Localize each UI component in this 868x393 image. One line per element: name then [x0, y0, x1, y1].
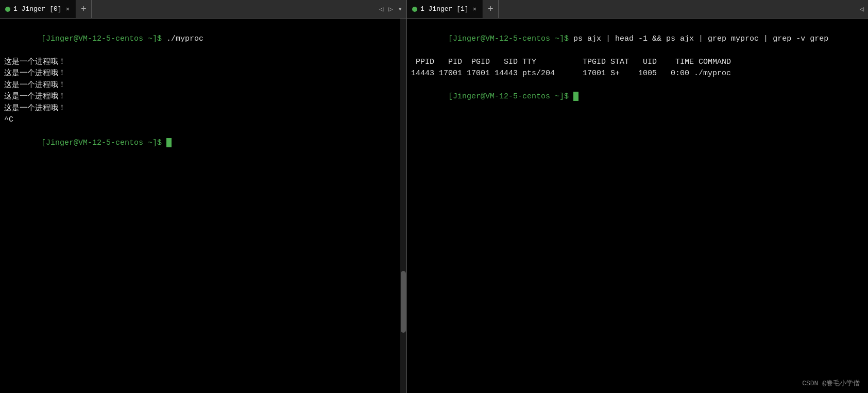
left-cursor [166, 138, 172, 147]
right-tab-active[interactable]: 1 Jinger [1] ✕ [407, 0, 483, 18]
left-line-1: 这是一个进程哦！ [4, 57, 402, 69]
left-tab-prev[interactable]: ◁ [377, 4, 385, 14]
left-tab-dropdown[interactable]: ▾ [396, 4, 404, 14]
right-tab-prev[interactable]: ◁ [858, 4, 866, 14]
right-tab-label: 1 Jinger [1] [420, 5, 469, 13]
left-scrollbar-track[interactable] [400, 19, 406, 393]
left-line-4: 这是一个进程哦！ [4, 91, 402, 103]
right-tab-add[interactable]: + [483, 0, 499, 18]
left-line-7: [Jinger@VM-12-5-centos ~]$ [4, 126, 402, 161]
left-tab-close[interactable]: ✕ [65, 5, 71, 13]
left-tab-add[interactable]: + [76, 0, 92, 18]
left-prompt-0: [Jinger@VM-12-5-centos ~]$ [41, 35, 166, 43]
right-line-0: [Jinger@VM-12-5-centos ~]$ ps ajx | head… [411, 22, 864, 57]
right-prompt-3: [Jinger@VM-12-5-centos ~]$ [448, 92, 573, 101]
tab-dot-right [412, 7, 417, 12]
right-line-3: [Jinger@VM-12-5-centos ~]$ [411, 80, 864, 115]
right-line-1: PPID PID PGID SID TTY TPGID STAT UID TIM… [411, 57, 864, 69]
right-cmd-0: ps ajx | head -1 && ps ajx | grep myproc… [573, 35, 828, 43]
right-line-2: 14443 17001 17001 14443 pts/204 17001 S+… [411, 68, 864, 80]
left-line-0: [Jinger@VM-12-5-centos ~]$ ./myproc [4, 22, 402, 57]
left-prompt-7: [Jinger@VM-12-5-centos ~]$ [41, 139, 166, 147]
left-line-6: ^C [4, 114, 402, 126]
left-scrollbar-thumb[interactable] [401, 271, 406, 333]
left-tab-label: 1 Jinger [0] [13, 5, 62, 13]
left-line-3: 这是一个进程哦！ [4, 80, 402, 92]
left-tab-bar: 1 Jinger [0] ✕ + ◁ ▷ ▾ [0, 0, 406, 19]
right-terminal[interactable]: [Jinger@VM-12-5-centos ~]$ ps ajx | head… [407, 19, 868, 393]
left-tab-nav: ◁ ▷ ▾ [375, 0, 406, 18]
right-tab-nav: ◁ [856, 0, 868, 18]
left-tab-active[interactable]: 1 Jinger [0] ✕ [0, 0, 76, 18]
right-tab-close[interactable]: ✕ [472, 5, 478, 13]
tab-dot-left [5, 7, 10, 12]
right-tab-bar: 1 Jinger [1] ✕ + ◁ [407, 0, 868, 19]
right-cursor [573, 92, 578, 101]
left-line-2: 这是一个进程哦！ [4, 68, 402, 80]
left-cmd-0: ./myproc [166, 35, 203, 43]
right-prompt-0: [Jinger@VM-12-5-centos ~]$ [448, 35, 573, 43]
left-tab-next[interactable]: ▷ [386, 4, 395, 14]
left-line-5: 这是一个进程哦！ [4, 103, 402, 115]
left-terminal[interactable]: [Jinger@VM-12-5-centos ~]$ ./myproc 这是一个… [0, 19, 407, 393]
